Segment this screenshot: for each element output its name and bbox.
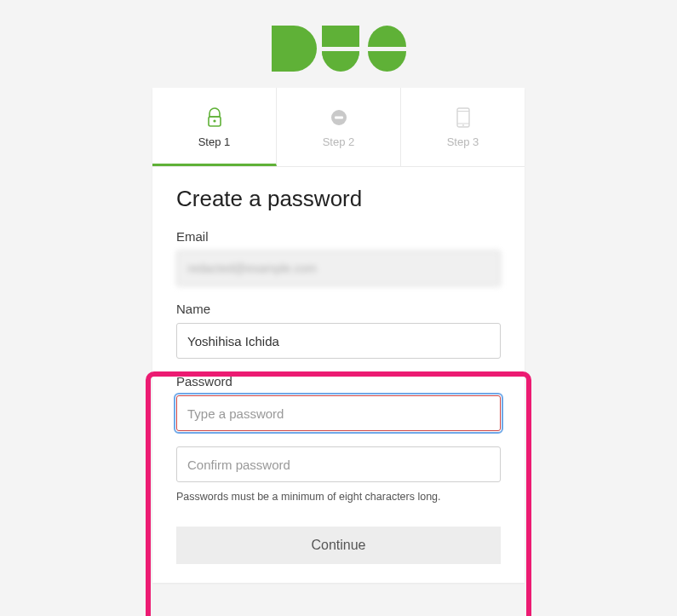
tab-step-2[interactable]: Step 2 <box>277 88 401 166</box>
email-label: Email <box>176 229 501 244</box>
duo-logo-icon <box>272 26 406 72</box>
tab-label: Step 3 <box>401 135 525 148</box>
email-field <box>176 250 501 286</box>
svg-point-8 <box>462 124 464 126</box>
phone-icon <box>401 107 525 129</box>
password-label: Password <box>176 374 501 389</box>
name-label: Name <box>176 302 501 316</box>
signup-card: Step 1 Step 2 Step 3 C <box>152 88 525 583</box>
tab-step-1[interactable]: Step 1 <box>152 88 277 166</box>
svg-rect-4 <box>335 117 343 119</box>
tab-label: Step 2 <box>277 135 400 148</box>
continue-button[interactable]: Continue <box>176 527 501 564</box>
page-title: Create a password <box>176 186 501 212</box>
padlock-icon <box>152 107 276 129</box>
svg-rect-0 <box>322 26 359 47</box>
badge-icon <box>277 107 400 129</box>
step-tabs: Step 1 Step 2 Step 3 <box>152 88 525 167</box>
password-hint: Passwords must be a minimum of eight cha… <box>176 491 501 503</box>
password-field[interactable] <box>176 395 501 431</box>
confirm-password-field[interactable] <box>176 446 501 482</box>
name-field[interactable] <box>176 323 501 359</box>
signup-form: Create a password Email Name Password Pa… <box>152 167 525 583</box>
svg-point-2 <box>213 119 215 122</box>
tab-label: Step 1 <box>152 135 276 148</box>
tab-step-3[interactable]: Step 3 <box>401 88 525 166</box>
